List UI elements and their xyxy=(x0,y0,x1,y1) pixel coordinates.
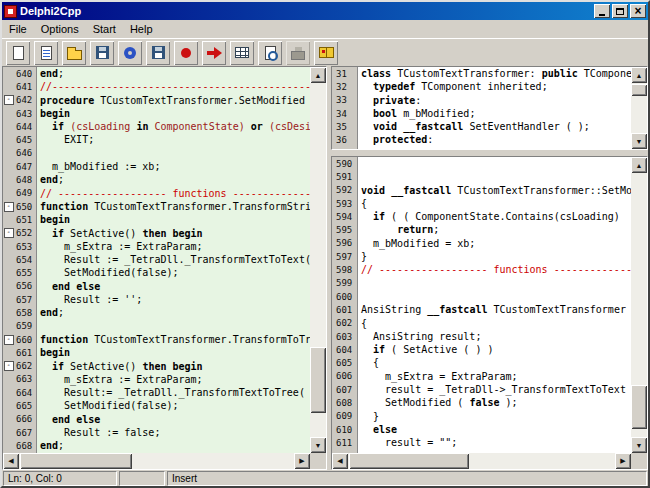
code-line[interactable]: } xyxy=(361,410,631,423)
code-line[interactable]: // ------------------ functions --------… xyxy=(40,187,310,200)
horizontal-scrollbar[interactable]: ◀ ▶ xyxy=(3,453,310,469)
titlebar[interactable]: Delphi2Cpp × xyxy=(2,2,648,20)
scrollbar-thumb[interactable] xyxy=(631,385,647,429)
save-file-button[interactable] xyxy=(90,41,114,65)
fold-collapse-icon[interactable] xyxy=(3,360,14,373)
code-line[interactable]: result = ""; xyxy=(361,436,631,449)
code-line[interactable]: m_bModified = xb; xyxy=(361,237,631,250)
code-line[interactable]: function TCustomTextTransformer.Transfor… xyxy=(40,333,310,346)
edit-file-button[interactable] xyxy=(34,41,58,65)
code-line[interactable]: bool m_bModified; xyxy=(361,107,631,120)
scroll-down-button[interactable]: ▼ xyxy=(310,437,326,453)
code-line[interactable]: function TCustomTextTransformer.Transfor… xyxy=(40,200,310,213)
code-line[interactable]: private: xyxy=(361,94,631,107)
code-line[interactable]: AnsiString __fastcall TCustomTextTransfo… xyxy=(361,303,631,316)
help-button[interactable] xyxy=(314,41,338,65)
table-view-button[interactable] xyxy=(230,41,254,65)
code-line[interactable]: { xyxy=(361,197,631,210)
minimize-button[interactable] xyxy=(594,4,610,18)
code-area[interactable]: class TCustomTextTransformer: public TCo… xyxy=(358,67,631,149)
scroll-right-button[interactable]: ▶ xyxy=(615,453,631,469)
stop-button[interactable] xyxy=(174,41,198,65)
scroll-up-button[interactable]: ▲ xyxy=(631,67,647,83)
code-line[interactable] xyxy=(361,277,631,290)
save-all-button[interactable] xyxy=(146,41,170,65)
code-line[interactable]: class TCustomTextTransformer: public TCo… xyxy=(361,67,631,80)
code-line[interactable]: //--------------------------------------… xyxy=(40,80,310,93)
menu-item-options[interactable]: Options xyxy=(34,21,86,37)
code-line[interactable]: begin xyxy=(40,213,310,226)
code-line[interactable] xyxy=(361,157,631,170)
code-line[interactable]: if (csLoading in ComponentState) or (csD… xyxy=(40,120,310,133)
fold-collapse-icon[interactable] xyxy=(3,333,14,346)
menu-item-help[interactable]: Help xyxy=(123,21,160,37)
scrollbar-thumb[interactable] xyxy=(310,347,326,413)
code-line[interactable]: end else xyxy=(40,280,310,293)
close-button[interactable]: × xyxy=(630,4,646,18)
vertical-scrollbar[interactable]: ▲ ▼ xyxy=(631,157,647,453)
code-line[interactable] xyxy=(361,170,631,183)
code-line[interactable]: procedure TCustomTextTransformer.SetModi… xyxy=(40,94,310,107)
scrollbar-thumb[interactable] xyxy=(20,453,132,469)
code-line[interactable]: end; xyxy=(40,173,310,186)
code-area[interactable]: end;//----------------------------------… xyxy=(37,67,310,453)
code-line[interactable]: result = _TetraDll->_TransformTextToText xyxy=(361,383,631,396)
scroll-left-button[interactable]: ◀ xyxy=(332,453,348,469)
code-line[interactable]: m_bModified := xb; xyxy=(40,160,310,173)
code-line[interactable]: AnsiString result; xyxy=(361,330,631,343)
code-line[interactable]: { xyxy=(361,356,631,369)
code-line[interactable]: if SetActive() then begin xyxy=(40,360,310,373)
start-conversion-button[interactable] xyxy=(202,41,226,65)
code-line[interactable]: if SetActive() then begin xyxy=(40,227,310,240)
code-line[interactable]: SetModified ( false ); xyxy=(361,396,631,409)
new-file-button[interactable] xyxy=(6,41,30,65)
code-line[interactable]: Result := false; xyxy=(40,426,310,439)
code-line[interactable]: m_sExtra = ExtraParam; xyxy=(361,370,631,383)
maximize-button[interactable] xyxy=(612,4,628,18)
menu-item-file[interactable]: File xyxy=(2,21,34,37)
code-line[interactable]: if ( ( ComponentState.Contains(csLoading… xyxy=(361,210,631,223)
code-line[interactable]: end; xyxy=(40,67,310,80)
code-area[interactable]: void __fastcall TCustomTextTransformer::… xyxy=(358,157,631,453)
scrollbar-thumb[interactable] xyxy=(631,84,647,96)
code-line[interactable]: Result := _TetraDll._TransformTextToText… xyxy=(40,253,310,266)
fold-collapse-icon[interactable] xyxy=(3,200,14,213)
code-line[interactable]: m_sExtra := ExtraParam; xyxy=(40,373,310,386)
scroll-down-button[interactable]: ▼ xyxy=(631,437,647,453)
code-line[interactable]: Result := ''; xyxy=(40,293,310,306)
menu-item-start[interactable]: Start xyxy=(86,21,123,37)
vertical-scrollbar[interactable]: ▲ ▼ xyxy=(310,67,326,453)
code-line[interactable]: { xyxy=(361,317,631,330)
code-line[interactable] xyxy=(40,147,310,160)
code-line[interactable]: begin xyxy=(40,107,310,120)
scroll-down-button[interactable]: ▼ xyxy=(631,133,647,149)
code-line[interactable]: EXIT; xyxy=(40,133,310,146)
scrollbar-thumb[interactable] xyxy=(349,453,469,469)
print-preview-button[interactable] xyxy=(258,41,282,65)
code-line[interactable] xyxy=(361,290,631,303)
code-line[interactable] xyxy=(40,320,310,333)
fold-collapse-icon[interactable] xyxy=(3,94,14,107)
code-line[interactable]: end; xyxy=(40,306,310,319)
code-line[interactable]: end; xyxy=(40,439,310,452)
code-line[interactable]: // ------------------ functions --------… xyxy=(361,263,631,276)
code-line[interactable]: void __fastcall TCustomTextTransformer::… xyxy=(361,184,631,197)
fold-collapse-icon[interactable] xyxy=(3,227,14,240)
code-line[interactable]: if ( SetActive ( ) ) xyxy=(361,343,631,356)
scroll-right-button[interactable]: ▶ xyxy=(294,453,310,469)
scroll-up-button[interactable]: ▲ xyxy=(310,67,326,83)
horizontal-scrollbar[interactable]: ◀ ▶ xyxy=(332,453,631,469)
code-line[interactable]: begin xyxy=(40,346,310,359)
code-line[interactable]: return; xyxy=(361,223,631,236)
scroll-left-button[interactable]: ◀ xyxy=(3,453,19,469)
code-line[interactable]: end else xyxy=(40,413,310,426)
code-line[interactable]: else xyxy=(361,423,631,436)
open-folder-button[interactable] xyxy=(62,41,86,65)
code-line[interactable]: Result:= _TetraDll._TransformTextToTree( xyxy=(40,386,310,399)
scroll-up-button[interactable]: ▲ xyxy=(631,157,647,173)
code-line[interactable]: void __fastcall SetEventHandler ( ); xyxy=(361,120,631,133)
code-line[interactable]: SetModified(false); xyxy=(40,266,310,279)
vertical-scrollbar[interactable]: ▲ ▼ xyxy=(631,67,647,149)
code-line[interactable]: } xyxy=(361,250,631,263)
code-line[interactable]: typedef TComponent inherited; xyxy=(361,80,631,93)
